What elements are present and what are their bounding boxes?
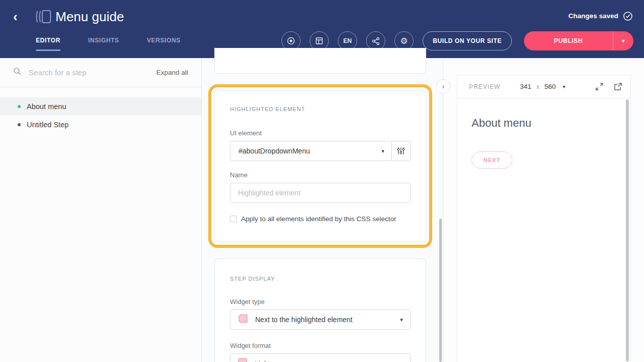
checkbox-label: Apply to all elements identified by this… [241, 215, 396, 223]
ui-element-label: UI element [230, 129, 411, 137]
publish-split-button[interactable]: PUBLISH ▾ [524, 31, 633, 50]
page-title: Menu guide [55, 9, 124, 25]
chevron-down-icon: ▾ [381, 148, 384, 154]
widget-type-select[interactable]: Next to the highlighted element ▾ [230, 309, 411, 330]
tab-versions[interactable]: VERSIONS [147, 37, 181, 51]
step-status-dot [18, 105, 21, 108]
open-external-icon [614, 82, 622, 91]
section-title: HIGHLIGHTED ELEMENT [230, 106, 411, 112]
open-in-new-window-button[interactable] [614, 82, 622, 91]
checkbox-unchecked-icon[interactable] [230, 216, 237, 222]
editor-panel: HIGHLIGHTED ELEMENT UI element #aboutDro… [202, 58, 443, 362]
widget-format-value: Light [255, 360, 270, 362]
collapse-panel-button[interactable]: › [436, 79, 450, 93]
highlighted-element-outline: HIGHLIGHTED ELEMENT UI element #aboutDro… [208, 84, 432, 248]
preview-header: PREVIEW 341 x 560 ▾ [457, 75, 630, 98]
widget-format-select[interactable]: Light [230, 353, 411, 362]
search-input[interactable] [29, 68, 145, 77]
sliders-icon [397, 147, 405, 155]
preview-zone: › PREVIEW 341 x 560 ▾ [443, 58, 644, 362]
selector-settings-button[interactable] [391, 141, 411, 161]
widget-format-label: Widget format [230, 342, 411, 349]
step-label: About menu [27, 102, 66, 111]
preview-size-select[interactable]: 341 x 560 ▾ [520, 83, 565, 90]
highlighted-element-card: HIGHLIGHTED ELEMENT UI element #aboutDro… [214, 90, 426, 242]
name-label: Name [230, 171, 411, 179]
step-label: Untitled Step [27, 121, 69, 129]
tooltip-widget-icon [238, 314, 248, 326]
language-badge: EN [343, 37, 352, 44]
expand-all-link[interactable]: Expand all [156, 69, 188, 76]
changes-saved-status: Changes saved [568, 12, 618, 20]
back-icon[interactable]: ‹ [13, 10, 26, 24]
format-widget-icon [238, 357, 248, 362]
chevron-right-icon: › [442, 82, 445, 90]
publish-button[interactable]: PUBLISH [524, 37, 613, 44]
widget-type-value: Next to the highlighted element [255, 316, 353, 324]
widget-type-label: Widget type [230, 298, 411, 305]
step-status-dot [18, 123, 21, 126]
chevron-down-icon: ▾ [563, 84, 565, 89]
guide-logo-icon [35, 9, 51, 26]
name-input[interactable] [230, 183, 411, 203]
preview-panel: PREVIEW 341 x 560 ▾ [457, 75, 631, 362]
list-item-untitled-step[interactable]: Untitled Step [0, 116, 201, 134]
check-circle-icon [623, 11, 633, 23]
previous-card-partial [214, 48, 426, 74]
search-icon [13, 67, 22, 78]
step-display-card: STEP DISPLAY Widget type Next to the hig… [214, 258, 426, 362]
resize-diagonal-icon [595, 82, 604, 91]
chevron-down-icon: ▾ [400, 317, 403, 323]
preview-size-separator: x [537, 83, 540, 90]
step-list: About menu Untitled Step [0, 97, 201, 134]
preview-width: 341 [520, 83, 532, 90]
publish-dropdown-button[interactable]: ▾ [613, 37, 633, 44]
build-on-your-site-button[interactable]: BUILD ON YOUR SITE [423, 31, 512, 50]
ui-element-select[interactable]: #aboutDropdownMenu ▾ [230, 141, 391, 161]
editor-scrollbar[interactable] [439, 219, 442, 362]
apply-all-checkbox-row[interactable]: Apply to all elements identified by this… [230, 215, 411, 223]
steps-sidebar: Expand all About menu Untitled Step [0, 58, 202, 362]
list-item-about-menu[interactable]: About menu [0, 97, 201, 116]
section-title: STEP DISPLAY [230, 276, 411, 282]
step-search-row: Expand all [0, 58, 201, 87]
next-button[interactable]: NEXT [472, 151, 512, 169]
chevron-down-icon: ▾ [622, 37, 625, 44]
ui-element-value: #aboutDropdownMenu [239, 147, 310, 155]
preview-height: 560 [545, 83, 556, 90]
gear-icon: ⚙ [400, 36, 407, 46]
preview-step-title: About menu [472, 117, 532, 130]
preview-title: PREVIEW [469, 83, 500, 90]
tab-insights[interactable]: INSIGHTS [88, 37, 119, 51]
tab-editor[interactable]: EDITOR [36, 37, 61, 51]
header-tabs: EDITOR INSIGHTS VERSIONS [36, 37, 181, 51]
preview-scrollbar[interactable] [626, 99, 629, 361]
fullscreen-resize-button[interactable] [595, 82, 604, 91]
